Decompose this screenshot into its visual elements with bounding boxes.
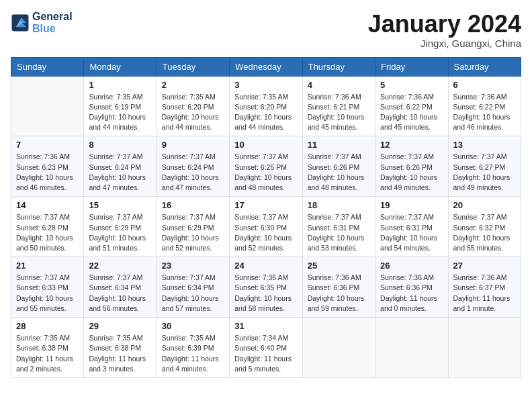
day-number: 19 (380, 200, 443, 210)
calendar-cell: 19Sunrise: 7:37 AM Sunset: 6:31 PM Dayli… (375, 197, 448, 257)
day-info: Sunrise: 7:37 AM Sunset: 6:29 PM Dayligh… (89, 212, 151, 253)
calendar-cell: 12Sunrise: 7:37 AM Sunset: 6:26 PM Dayli… (375, 136, 448, 197)
calendar-cell (448, 318, 521, 378)
day-info: Sunrise: 7:37 AM Sunset: 6:30 PM Dayligh… (234, 212, 297, 253)
weekday-header-row: SundayMondayTuesdayWednesdayThursdayFrid… (11, 57, 521, 76)
day-number: 4 (308, 80, 370, 90)
day-number: 2 (162, 80, 224, 90)
day-info: Sunrise: 7:37 AM Sunset: 6:27 PM Dayligh… (453, 152, 516, 193)
day-number: 29 (89, 321, 151, 331)
calendar-week-row: 14Sunrise: 7:37 AM Sunset: 6:28 PM Dayli… (11, 197, 521, 257)
calendar-cell: 4Sunrise: 7:36 AM Sunset: 6:21 PM Daylig… (302, 76, 375, 136)
day-info: Sunrise: 7:37 AM Sunset: 6:34 PM Dayligh… (89, 273, 151, 314)
day-info: Sunrise: 7:35 AM Sunset: 6:38 PM Dayligh… (89, 333, 151, 374)
day-info: Sunrise: 7:36 AM Sunset: 6:22 PM Dayligh… (453, 92, 516, 133)
day-number: 18 (308, 200, 370, 210)
day-info: Sunrise: 7:37 AM Sunset: 6:25 PM Dayligh… (234, 152, 297, 193)
day-number: 24 (234, 261, 297, 271)
day-number: 1 (89, 80, 151, 90)
day-number: 22 (89, 261, 151, 271)
day-number: 14 (16, 200, 79, 210)
calendar-cell: 20Sunrise: 7:37 AM Sunset: 6:32 PM Dayli… (448, 197, 521, 257)
calendar-cell: 2Sunrise: 7:35 AM Sunset: 6:20 PM Daylig… (157, 76, 229, 136)
day-info: Sunrise: 7:37 AM Sunset: 6:34 PM Dayligh… (162, 273, 224, 314)
logo: General Blue (11, 11, 73, 34)
weekday-header-friday: Friday (375, 57, 448, 76)
day-number: 30 (162, 321, 224, 331)
calendar-cell: 28Sunrise: 7:35 AM Sunset: 6:38 PM Dayli… (11, 318, 84, 378)
logo-text: General Blue (32, 11, 73, 34)
calendar-cell: 7Sunrise: 7:36 AM Sunset: 6:23 PM Daylig… (11, 136, 84, 197)
day-number: 13 (453, 140, 516, 150)
calendar-week-row: 7Sunrise: 7:36 AM Sunset: 6:23 PM Daylig… (11, 136, 521, 197)
month-title: January 2024 (368, 11, 521, 38)
day-number: 26 (380, 261, 443, 271)
calendar-cell: 25Sunrise: 7:36 AM Sunset: 6:36 PM Dayli… (302, 257, 375, 318)
calendar-cell: 10Sunrise: 7:37 AM Sunset: 6:25 PM Dayli… (230, 136, 302, 197)
day-info: Sunrise: 7:35 AM Sunset: 6:38 PM Dayligh… (16, 333, 79, 374)
day-info: Sunrise: 7:37 AM Sunset: 6:29 PM Dayligh… (162, 212, 224, 253)
day-info: Sunrise: 7:37 AM Sunset: 6:31 PM Dayligh… (308, 212, 370, 253)
day-number: 28 (16, 321, 79, 331)
day-number: 31 (234, 321, 297, 331)
day-info: Sunrise: 7:37 AM Sunset: 6:26 PM Dayligh… (308, 152, 370, 193)
calendar-cell: 30Sunrise: 7:35 AM Sunset: 6:39 PM Dayli… (157, 318, 229, 378)
day-number: 23 (162, 261, 224, 271)
calendar-cell: 1Sunrise: 7:35 AM Sunset: 6:19 PM Daylig… (84, 76, 157, 136)
day-info: Sunrise: 7:37 AM Sunset: 6:26 PM Dayligh… (380, 152, 443, 193)
calendar-week-row: 1Sunrise: 7:35 AM Sunset: 6:19 PM Daylig… (11, 76, 521, 136)
calendar-cell: 24Sunrise: 7:36 AM Sunset: 6:35 PM Dayli… (230, 257, 302, 318)
weekday-header-monday: Monday (84, 57, 157, 76)
calendar-cell: 6Sunrise: 7:36 AM Sunset: 6:22 PM Daylig… (448, 76, 521, 136)
day-number: 7 (16, 140, 79, 150)
day-info: Sunrise: 7:36 AM Sunset: 6:21 PM Dayligh… (308, 92, 370, 133)
calendar-cell (375, 318, 448, 378)
calendar-cell: 13Sunrise: 7:37 AM Sunset: 6:27 PM Dayli… (448, 136, 521, 197)
location: Jingxi, Guangxi, China (368, 38, 521, 49)
day-info: Sunrise: 7:37 AM Sunset: 6:28 PM Dayligh… (16, 212, 79, 253)
calendar-cell: 27Sunrise: 7:36 AM Sunset: 6:37 PM Dayli… (448, 257, 521, 318)
day-number: 17 (234, 200, 297, 210)
weekday-header-tuesday: Tuesday (157, 57, 229, 76)
day-info: Sunrise: 7:37 AM Sunset: 6:24 PM Dayligh… (89, 152, 151, 193)
day-info: Sunrise: 7:36 AM Sunset: 6:36 PM Dayligh… (380, 273, 443, 314)
calendar-cell: 17Sunrise: 7:37 AM Sunset: 6:30 PM Dayli… (230, 197, 302, 257)
calendar-cell: 26Sunrise: 7:36 AM Sunset: 6:36 PM Dayli… (375, 257, 448, 318)
day-number: 8 (89, 140, 151, 150)
weekday-header-thursday: Thursday (302, 57, 375, 76)
day-number: 9 (162, 140, 224, 150)
weekday-header-saturday: Saturday (448, 57, 521, 76)
day-number: 16 (162, 200, 224, 210)
calendar-cell: 14Sunrise: 7:37 AM Sunset: 6:28 PM Dayli… (11, 197, 84, 257)
weekday-header-wednesday: Wednesday (230, 57, 302, 76)
calendar-week-row: 21Sunrise: 7:37 AM Sunset: 6:33 PM Dayli… (11, 257, 521, 318)
day-info: Sunrise: 7:35 AM Sunset: 6:19 PM Dayligh… (89, 92, 151, 133)
day-info: Sunrise: 7:36 AM Sunset: 6:37 PM Dayligh… (453, 273, 516, 314)
day-info: Sunrise: 7:37 AM Sunset: 6:33 PM Dayligh… (16, 273, 79, 314)
calendar-cell: 21Sunrise: 7:37 AM Sunset: 6:33 PM Dayli… (11, 257, 84, 318)
calendar-cell: 16Sunrise: 7:37 AM Sunset: 6:29 PM Dayli… (157, 197, 229, 257)
day-info: Sunrise: 7:35 AM Sunset: 6:39 PM Dayligh… (162, 333, 224, 374)
calendar-week-row: 28Sunrise: 7:35 AM Sunset: 6:38 PM Dayli… (11, 318, 521, 378)
calendar-table: SundayMondayTuesdayWednesdayThursdayFrid… (11, 57, 521, 378)
calendar-cell: 3Sunrise: 7:35 AM Sunset: 6:20 PM Daylig… (230, 76, 302, 136)
day-number: 21 (16, 261, 79, 271)
day-info: Sunrise: 7:37 AM Sunset: 6:24 PM Dayligh… (162, 152, 224, 193)
day-info: Sunrise: 7:36 AM Sunset: 6:35 PM Dayligh… (234, 273, 297, 314)
day-number: 12 (380, 140, 443, 150)
logo-icon (11, 13, 30, 32)
weekday-header-sunday: Sunday (11, 57, 84, 76)
calendar-cell: 29Sunrise: 7:35 AM Sunset: 6:38 PM Dayli… (84, 318, 157, 378)
day-number: 15 (89, 200, 151, 210)
calendar-cell: 23Sunrise: 7:37 AM Sunset: 6:34 PM Dayli… (157, 257, 229, 318)
calendar-cell: 18Sunrise: 7:37 AM Sunset: 6:31 PM Dayli… (302, 197, 375, 257)
day-info: Sunrise: 7:37 AM Sunset: 6:31 PM Dayligh… (380, 212, 443, 253)
day-number: 20 (453, 200, 516, 210)
calendar-cell (302, 318, 375, 378)
calendar-cell: 8Sunrise: 7:37 AM Sunset: 6:24 PM Daylig… (84, 136, 157, 197)
day-info: Sunrise: 7:36 AM Sunset: 6:22 PM Dayligh… (380, 92, 443, 133)
day-info: Sunrise: 7:36 AM Sunset: 6:23 PM Dayligh… (16, 152, 79, 193)
calendar-cell (11, 76, 84, 136)
calendar-cell: 11Sunrise: 7:37 AM Sunset: 6:26 PM Dayli… (302, 136, 375, 197)
day-number: 11 (308, 140, 370, 150)
